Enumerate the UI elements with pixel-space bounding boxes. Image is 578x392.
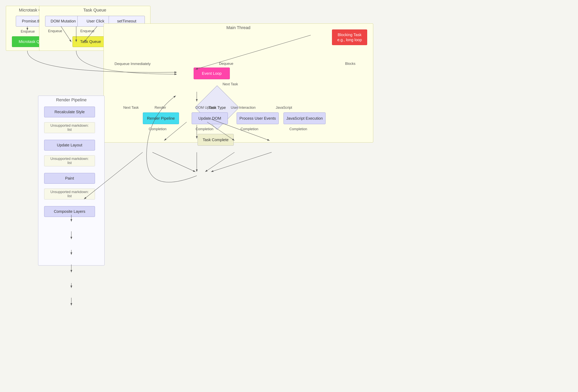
event-loop-node: Event Loop <box>194 68 230 79</box>
paint-node: Paint <box>44 173 95 184</box>
javascript-label: JavaScript <box>276 106 292 110</box>
render-pipeline-container: Render Pipeline Recalculate Style Unsupp… <box>38 96 104 266</box>
enqueue-label-1: Enqueue <box>21 30 35 34</box>
render-pipeline-title: Render Pipeline <box>38 97 104 103</box>
next-task-label2: Next Task <box>123 106 139 110</box>
dom-mutation-node: DOM Mutation <box>45 16 81 27</box>
main-thread-container: Main Thread Blocking Task e.g., long loo… <box>103 23 373 143</box>
completion-label-4: Completion <box>289 127 307 131</box>
next-task-label: Next Task <box>223 82 238 86</box>
svg-line-13 <box>205 152 235 172</box>
svg-line-11 <box>152 152 195 172</box>
update-dom-node: Update DOM <box>192 113 228 124</box>
completion-label-1: Completion <box>149 127 166 131</box>
diagram: Microtask Queue Promise.then Enqueue Mic… <box>0 0 578 392</box>
enqueue-label-3: Enqueue <box>80 29 94 33</box>
blocks-label: Blocks <box>345 62 355 66</box>
task-queue-node: Task Queue <box>72 36 109 47</box>
render-label: Render <box>154 106 166 110</box>
blocking-task-node: Blocking Task e.g., long loop <box>332 30 367 45</box>
task-complete-node: Task Complete <box>197 134 234 146</box>
recalculate-style-node: Recalculate Style <box>44 107 95 117</box>
task-type-label: Task Type <box>208 105 226 110</box>
javascript-execution-node: JavaScript Execution <box>284 113 326 124</box>
enqueue-label-2: Enqueue <box>48 29 62 33</box>
svg-line-14 <box>211 152 272 172</box>
dequeue-immediately-label: Dequeue Immediately <box>114 62 151 66</box>
completion-label-3: Completion <box>241 127 258 131</box>
process-user-events-node: Process User Events <box>237 113 279 124</box>
composite-layers-node: Composite Layers <box>44 206 95 217</box>
update-layout-node: Update Layout <box>44 140 95 151</box>
completion-label-2: Completion <box>195 127 213 131</box>
unsupported-markdown-2: Unsupported markdown: list <box>44 156 95 166</box>
render-pipeline-node: Render Pipeline <box>143 113 179 124</box>
user-interaction-label: User Interaction <box>231 106 256 110</box>
dequeue-label: Dequeue <box>219 62 233 66</box>
task-queue-title: Task Queue <box>39 8 150 13</box>
unsupported-markdown-1: Unsupported markdown: list <box>44 122 95 133</box>
unsupported-markdown-3: Unsupported markdown: list <box>44 189 95 199</box>
